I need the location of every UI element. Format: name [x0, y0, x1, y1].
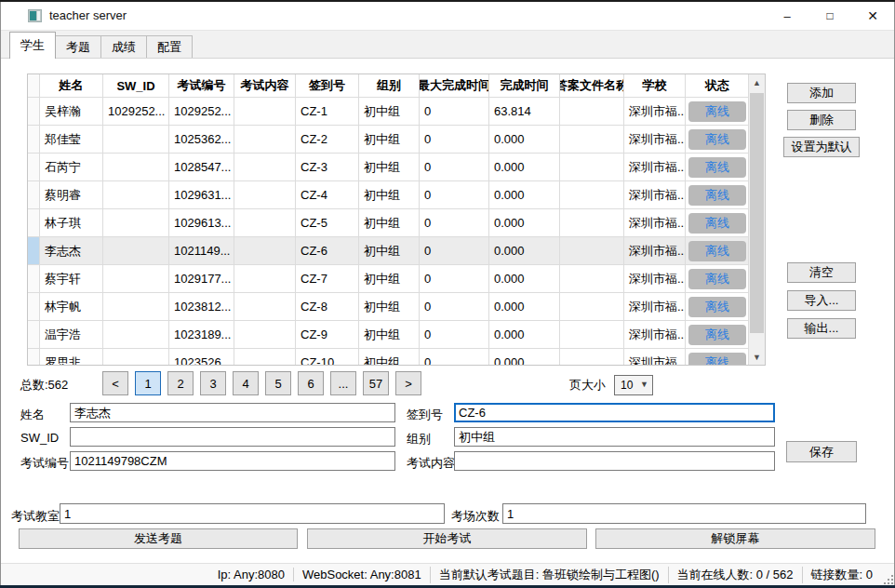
- status-badge[interactable]: 离线: [688, 353, 746, 367]
- table-row[interactable]: 林宇帆1023812...CZ-8初中组00.000深圳市福...离线: [28, 293, 750, 321]
- column-header[interactable]: 状态: [686, 74, 750, 98]
- add-button[interactable]: 添加: [787, 83, 856, 103]
- status-badge[interactable]: 离线: [688, 129, 746, 150]
- chevron-down-icon: ▼: [640, 380, 648, 389]
- status-item: 当前在线人数: 0 / 562: [668, 567, 802, 583]
- resize-grip[interactable]: [884, 575, 893, 584]
- minimize-icon[interactable]: –: [766, 2, 808, 30]
- table-row[interactable]: 蔡宇轩1029177...CZ-7初中组00.000深圳市福...离线: [28, 265, 750, 293]
- row-header-cell: [28, 265, 40, 293]
- page-button-57[interactable]: 57: [363, 371, 389, 395]
- prev-page-button[interactable]: <: [102, 371, 128, 395]
- page-ellipsis-button[interactable]: ...: [330, 371, 356, 395]
- set-default-button[interactable]: 设置为默认: [783, 137, 860, 157]
- table-row[interactable]: 吴梓瀚1029252...1029252...CZ-1初中组063.814深圳市…: [28, 98, 750, 126]
- table-cell: 0.000: [489, 209, 560, 237]
- start-exam-button[interactable]: 开始考试: [307, 528, 587, 549]
- table-cell: 初中组: [359, 321, 420, 349]
- status-badge[interactable]: 离线: [688, 241, 746, 261]
- table-row[interactable]: 罗思非1023526...CZ-10初中组00.000深圳市福...离线: [28, 349, 750, 366]
- table-cell: 石芮宁: [40, 154, 103, 181]
- export-button[interactable]: 输出...: [787, 318, 856, 339]
- column-header[interactable]: 组别: [359, 74, 420, 98]
- table-cell: [234, 321, 296, 349]
- table-cell: 蔡明睿: [40, 181, 103, 209]
- table-cell: [103, 293, 169, 321]
- exam-content-field[interactable]: [454, 451, 775, 471]
- column-header[interactable]: SW_ID: [103, 74, 169, 98]
- classroom-field[interactable]: [60, 503, 445, 524]
- table-row[interactable]: 李志杰1021149...CZ-6初中组00.000深圳市福...离线: [28, 237, 750, 265]
- total-count-label: 总数:562: [20, 377, 68, 394]
- page-button-3[interactable]: 3: [200, 371, 226, 395]
- checkin-field[interactable]: [454, 403, 775, 422]
- table-row[interactable]: 温宇浩1023189...CZ-9初中组00.000深圳市福...离线: [28, 321, 750, 349]
- name-field[interactable]: [70, 403, 395, 422]
- column-header[interactable]: 答案文件名称: [560, 74, 624, 98]
- clear-button[interactable]: 清空: [787, 262, 856, 283]
- column-header[interactable]: 最大完成时间: [420, 74, 489, 98]
- table-cell: 深圳市福...: [624, 181, 686, 209]
- page-button-1[interactable]: 1: [135, 371, 161, 395]
- table-cell: 深圳市福...: [624, 126, 686, 154]
- column-header[interactable]: 签到号: [296, 74, 359, 98]
- vertical-scrollbar[interactable]: ▲ ▼: [748, 74, 765, 365]
- column-header[interactable]: 学校: [624, 74, 686, 98]
- table-row[interactable]: 石芮宁1028547...CZ-3初中组00.000深圳市福...离线: [28, 154, 750, 181]
- group-field[interactable]: [454, 427, 775, 447]
- exam-no-field[interactable]: [70, 451, 395, 471]
- status-badge[interactable]: 离线: [688, 157, 746, 178]
- swid-field[interactable]: [70, 427, 395, 447]
- import-button[interactable]: 导入...: [787, 290, 856, 311]
- table-cell: 0: [420, 265, 489, 293]
- column-header[interactable]: 考试内容: [234, 74, 296, 98]
- status-badge[interactable]: 离线: [688, 325, 746, 345]
- tab-配置[interactable]: 配置: [146, 35, 193, 58]
- tab-考题[interactable]: 考题: [55, 35, 101, 58]
- status-badge[interactable]: 离线: [688, 297, 746, 317]
- table-cell: 0: [420, 321, 489, 349]
- status-badge[interactable]: 离线: [688, 101, 746, 122]
- column-header[interactable]: 姓名: [40, 74, 103, 98]
- table-cell: 0.000: [489, 154, 560, 181]
- unlock-screen-button[interactable]: 解锁屏幕: [595, 528, 875, 549]
- table-cell: 0: [420, 181, 489, 209]
- table-cell: 深圳市福...: [624, 349, 686, 366]
- corner-header-cell: [28, 74, 40, 98]
- tab-成绩[interactable]: 成绩: [100, 35, 147, 58]
- table-row[interactable]: 林子琪1029613...CZ-5初中组00.000深圳市福...离线: [28, 209, 750, 237]
- save-button[interactable]: 保存: [786, 441, 857, 462]
- table-cell: 林宇帆: [40, 293, 103, 321]
- table-header-row: 姓名SW_ID考试编号考试内容签到号组别最大完成时间完成时间答案文件名称学校状态: [28, 74, 750, 98]
- app-icon: [28, 9, 42, 22]
- scroll-up-icon[interactable]: ▲: [749, 74, 765, 90]
- scroll-down-icon[interactable]: ▼: [749, 349, 765, 365]
- window-title: teacher server: [49, 8, 127, 22]
- table-cell: 深圳市福...: [624, 209, 686, 237]
- maximize-icon[interactable]: □: [808, 2, 851, 30]
- page-button-5[interactable]: 5: [265, 371, 291, 395]
- close-icon[interactable]: ✕: [851, 2, 894, 30]
- page-size-select[interactable]: 10 ▼: [614, 375, 653, 395]
- table-cell: 0.000: [489, 293, 560, 321]
- status-badge[interactable]: 离线: [688, 269, 746, 289]
- status-badge[interactable]: 离线: [688, 185, 746, 206]
- column-header[interactable]: 考试编号: [169, 74, 234, 98]
- send-questions-button[interactable]: 发送考题: [19, 528, 298, 549]
- table-row[interactable]: 蔡明睿1029631...CZ-4初中组00.000深圳市福...离线: [28, 181, 750, 209]
- next-page-button[interactable]: >: [395, 371, 421, 395]
- column-header[interactable]: 完成时间: [489, 74, 560, 98]
- group-field-label: 组别: [407, 431, 431, 448]
- page-button-4[interactable]: 4: [233, 371, 259, 395]
- tab-学生[interactable]: 学生: [9, 32, 56, 59]
- session-count-field[interactable]: [502, 503, 866, 524]
- table-cell: [560, 265, 624, 293]
- table-cell: 1029252...: [169, 98, 234, 126]
- delete-button[interactable]: 删除: [787, 110, 856, 130]
- status-badge[interactable]: 离线: [688, 213, 746, 234]
- table-row[interactable]: 郑佳莹1025362...CZ-2初中组00.000深圳市福...离线: [28, 126, 750, 154]
- page-button-6[interactable]: 6: [298, 371, 324, 395]
- table-cell: [560, 237, 624, 265]
- page-button-2[interactable]: 2: [167, 371, 194, 395]
- scrollbar-thumb[interactable]: [750, 93, 764, 333]
